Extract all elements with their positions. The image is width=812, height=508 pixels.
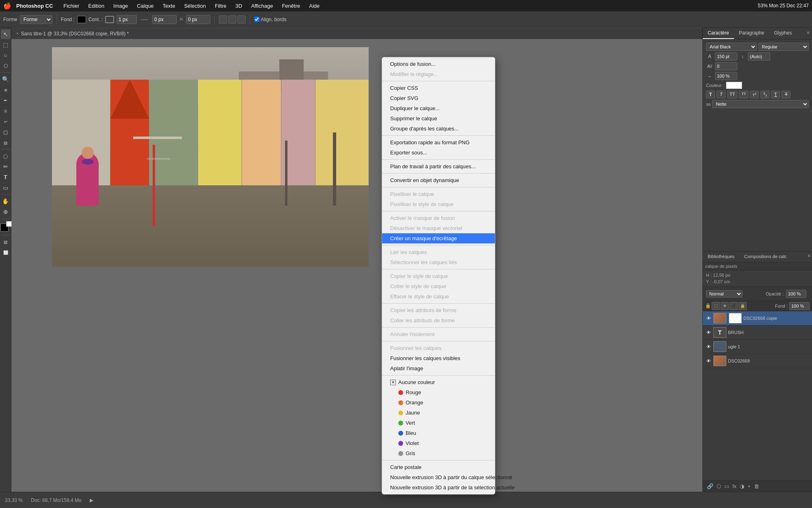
scale-input[interactable]	[715, 72, 737, 80]
blend-mode-dropdown[interactable]: Normal	[706, 290, 743, 297]
menu-selection[interactable]: Sélection	[180, 2, 209, 10]
menu-affichage[interactable]: Affichage	[247, 2, 277, 10]
menu-convertir-objet[interactable]: Convertir en objet dynamique	[382, 175, 495, 185]
tab-compositions[interactable]: Compositions de calc	[739, 252, 792, 262]
small-caps-btn[interactable]: TT	[739, 91, 748, 98]
align-bords-label[interactable]: Align. bords	[254, 17, 286, 22]
gradient-tool[interactable]: ▤	[1, 138, 11, 148]
zoom-tool[interactable]: ⊕	[1, 207, 11, 217]
font-size-input[interactable]	[715, 52, 737, 61]
lock-all-btn[interactable]: 🔒	[739, 302, 747, 310]
layer-eye-0[interactable]: 👁	[705, 316, 712, 321]
layer-eye-3[interactable]: 👁	[705, 358, 712, 363]
menu-color-bleu[interactable]: Bleu	[382, 428, 495, 438]
align-left-btn[interactable]	[219, 15, 227, 24]
menu-plan-travail[interactable]: Plan de travail à partir des calques...	[382, 161, 495, 172]
bold-btn[interactable]: T	[706, 91, 715, 98]
menu-color-rouge[interactable]: Rouge	[382, 387, 495, 397]
subscript-btn[interactable]: T1	[760, 91, 769, 98]
tab-glyphes[interactable]: Glyphes	[769, 28, 797, 39]
opacity-input[interactable]	[786, 290, 806, 298]
menu-supprimer-calque[interactable]: Supprimer le calque	[382, 113, 495, 124]
new-layer-icon[interactable]: +	[747, 482, 752, 490]
delete-layer-icon[interactable]: 🗑	[753, 482, 760, 490]
menu-image[interactable]: Image	[109, 2, 132, 10]
screen-mode[interactable]: ⬜	[1, 247, 11, 257]
uppercase-btn[interactable]: TT	[727, 91, 737, 98]
crop-tool[interactable]: ⬡	[1, 61, 11, 71]
canvas-tab[interactable]: × Sans titre-1 @ 33,3% (DSC02668 copie, …	[11, 28, 702, 39]
menu-export-png[interactable]: Exportation rapide au format PNG	[382, 137, 495, 148]
align-bords-checkbox[interactable]	[254, 17, 259, 22]
text-color-swatch[interactable]	[726, 82, 742, 89]
strikethrough-btn[interactable]: T	[782, 91, 790, 98]
menu-color-none[interactable]: ✕ Aucune couleur	[382, 377, 495, 387]
layer-row-0[interactable]: 👁 DSC02668 copie	[703, 311, 812, 326]
menu-filtre[interactable]: Filtre	[211, 2, 231, 10]
menu-options-fusion[interactable]: Options de fusion...	[382, 59, 495, 69]
underline-btn[interactable]: T	[771, 91, 780, 98]
menu-creer-masque-ecretage[interactable]: Créer un masque d'écrêtage	[382, 233, 495, 243]
menu-copier-css[interactable]: Copier CSS	[382, 83, 495, 93]
lock-position-btn[interactable]: ✛	[721, 302, 729, 310]
fill-input[interactable]	[789, 302, 810, 310]
menu-texte[interactable]: Texte	[158, 2, 179, 10]
apple-icon[interactable]: 🍎	[3, 2, 11, 10]
shape-tool[interactable]: ▭	[1, 183, 11, 193]
menu-extrusion-3d-calque[interactable]: Nouvelle extrusion 3D à partir du calque…	[382, 472, 495, 482]
menu-dupliquer-calque[interactable]: Dupliquer le calque...	[382, 103, 495, 113]
tab-bibliotheques[interactable]: Bibliothèques	[703, 252, 739, 262]
lock-pixels-btn[interactable]: ⬚	[712, 302, 720, 310]
align-right-btn[interactable]	[238, 15, 246, 24]
history-brush-tool[interactable]: ↩	[1, 117, 11, 126]
lasso-tool[interactable]: ○	[1, 50, 11, 60]
fill-swatch[interactable]	[77, 16, 86, 23]
dodge-tool[interactable]: ◯	[1, 151, 11, 161]
menu-carte-postale[interactable]: Carte postale	[382, 462, 495, 472]
menu-exporter-sous[interactable]: Exporter sous...	[382, 148, 495, 158]
kerning-input[interactable]	[715, 62, 737, 70]
menu-copier-svg[interactable]: Copier SVG	[382, 93, 495, 103]
menu-extrusion-3d-selection[interactable]: Nouvelle extrusion 3D à partir de la sél…	[382, 482, 495, 493]
lock-artboard-btn[interactable]: ⬛	[730, 302, 738, 310]
text-tool[interactable]: T	[1, 172, 11, 182]
width-input[interactable]	[152, 15, 177, 24]
layer-eye-2[interactable]: 👁	[705, 344, 712, 349]
italic-btn[interactable]: T	[717, 91, 726, 98]
tab-character[interactable]: Caractère	[703, 28, 734, 39]
eraser-tool[interactable]: ◻	[1, 127, 11, 137]
fx-blend-icon[interactable]: ◑	[739, 482, 745, 490]
panel-menu-btn-2[interactable]: ≡	[806, 252, 812, 262]
shape-dropdown[interactable]: Forme	[20, 15, 52, 24]
layer-row-1[interactable]: 👁 T BRUSH	[703, 326, 812, 340]
hand-tool[interactable]: ✋	[1, 196, 11, 206]
superscript-btn[interactable]: T1	[750, 91, 759, 98]
background-color[interactable]	[6, 221, 12, 227]
fx-mask-icon[interactable]: ▭	[723, 482, 730, 490]
stroke-swatch[interactable]	[105, 16, 114, 23]
menu-fichier[interactable]: Fichier	[59, 2, 83, 10]
stroke-width-input[interactable]	[117, 15, 137, 24]
menu-fenetre[interactable]: Fenêtre	[278, 2, 304, 10]
mask-mode[interactable]: ▧	[1, 237, 11, 247]
eyedropper-tool[interactable]: 🔍	[1, 74, 11, 84]
layer-row-3[interactable]: 👁 DSC02668	[703, 354, 812, 368]
menu-aide[interactable]: Aide	[305, 2, 324, 10]
select-tool[interactable]: ⬚	[1, 40, 11, 50]
tab-close-btn[interactable]: ×	[16, 31, 19, 36]
menu-color-jaune[interactable]: Jaune	[382, 408, 495, 418]
layer-eye-1[interactable]: 👁	[705, 330, 712, 335]
align-center-btn[interactable]	[228, 15, 236, 24]
heal-tool[interactable]: ⊕	[1, 85, 11, 95]
clone-tool[interactable]: ⎘	[1, 106, 11, 116]
font-style-dropdown[interactable]: Regular	[758, 43, 809, 51]
font-family-dropdown[interactable]: Arial Black	[706, 43, 757, 51]
leading-input[interactable]	[748, 52, 770, 61]
layer-row-2[interactable]: 👁 ugle 1	[703, 340, 812, 354]
tab-paragraphe[interactable]: Paragraphe	[734, 28, 769, 39]
menu-aplatir-image[interactable]: Aplatir l'image	[382, 363, 495, 373]
menu-calque[interactable]: Calque	[133, 2, 158, 10]
move-tool[interactable]: ↖	[1, 29, 11, 39]
menu-groupe-calques[interactable]: Groupe d'après les calques...	[382, 124, 495, 134]
fx-adjustment-icon[interactable]: ⬡	[716, 482, 722, 490]
